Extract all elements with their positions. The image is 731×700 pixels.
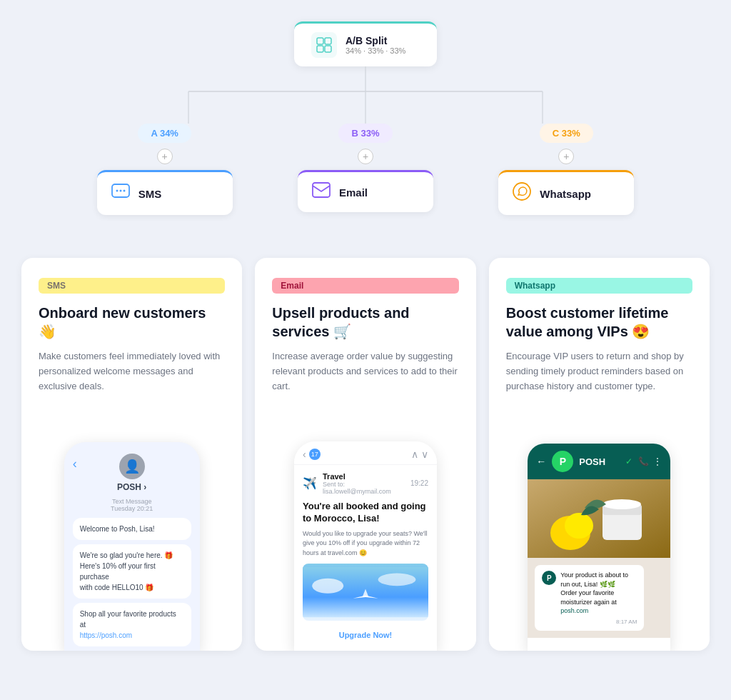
- sms-bubble-2: We're so glad you're here. 🎁 Here's 10% …: [73, 544, 191, 599]
- sms-phone-mockup: ‹ 👤 POSH › Text MessageTuesday 20:21 Wel…: [39, 408, 225, 651]
- email-badge-count: 17: [309, 449, 321, 460]
- email-time: 19:22: [410, 479, 428, 487]
- wa-card-desc: Encourage VIP users to return and shop b…: [506, 349, 692, 394]
- wa-action-icons: 📞 ⋮: [638, 456, 662, 466]
- sms-link: https://posh.com: [80, 631, 132, 639]
- email-nav-icons: ‹ 17: [303, 449, 321, 460]
- email-card-title: Upsell products and services 🛒: [272, 304, 458, 341]
- email-channel-icon: [312, 182, 331, 202]
- ab-split-subtitle: 34% · 33% · 33%: [346, 46, 405, 55]
- sms-posh-label: POSH ›: [73, 482, 191, 492]
- sms-channel-icon: [111, 182, 130, 205]
- wa-badge: Whatsapp: [506, 278, 692, 294]
- email-down-icon: ∨: [421, 449, 428, 460]
- sms-bubble-3: Shop all your favorite products at https…: [73, 603, 191, 646]
- email-updown-icons: ∧ ∨: [411, 449, 428, 460]
- flow-diagram: A/B Split 34% · 33% · 33% A 34% +: [0, 0, 731, 229]
- wa-product-image: [528, 479, 670, 558]
- email-phone-mockup: ‹ 17 ∧ ∨ ✈️ Travel Sent to: lisa.lowel: [272, 408, 458, 651]
- feature-cards: SMS Onboard new customers 👋 Make custome…: [0, 236, 731, 665]
- sms-channel-name: SMS: [138, 188, 162, 200]
- branch-a-pill: A 34%: [138, 124, 191, 143]
- email-body: Would you like to upgrade your seats? We…: [303, 529, 428, 559]
- channel-card-sms[interactable]: SMS: [97, 170, 233, 215]
- ab-split-card: A/B Split 34% · 33% · 33%: [294, 21, 437, 66]
- channel-card-email[interactable]: Email: [298, 170, 433, 212]
- email-from-icon: ✈️: [303, 476, 317, 490]
- email-from-addr: Sent to: lisa.lowell@mymail.com: [323, 481, 405, 495]
- svg-rect-3: [325, 46, 331, 52]
- svg-point-16: [312, 579, 343, 594]
- email-channel-name: Email: [339, 186, 368, 199]
- wa-chat-area: P Your product is about to run out, Lisa…: [528, 558, 670, 638]
- branch-b-pill: B 33%: [338, 124, 392, 143]
- wa-menu-icon: ⋮: [653, 456, 662, 466]
- sms-phone: ‹ 👤 POSH › Text MessageTuesday 20:21 Wel…: [64, 442, 200, 651]
- email-feature-card: Email Upsell products and services 🛒 Inc…: [255, 258, 475, 651]
- branch-c-plus[interactable]: +: [558, 149, 574, 164]
- email-from-name: Travel: [323, 472, 405, 481]
- wa-feature-card: Whatsapp Boost customer lifetime value a…: [489, 258, 710, 651]
- wa-msg-link: posh.com: [560, 607, 588, 614]
- branch-a-plus[interactable]: +: [157, 149, 173, 164]
- wa-msg-text: Your product is about to run out, Lisa! …: [560, 571, 637, 616]
- sms-feature-card: SMS Onboard new customers 👋 Make custome…: [21, 258, 242, 651]
- sms-avatar: 👤: [119, 454, 145, 479]
- email-card-desc: Increase average order value by suggesti…: [272, 349, 458, 394]
- email-phone: ‹ 17 ∧ ∨ ✈️ Travel Sent to: lisa.lowel: [294, 441, 437, 651]
- svg-point-11: [119, 190, 121, 192]
- branches-row: A 34% + SMS B 33% +: [43, 124, 688, 215]
- email-from-row: ✈️ Travel Sent to: lisa.lowell@mymail.co…: [303, 472, 428, 495]
- svg-rect-13: [313, 183, 330, 197]
- email-subject: You're all booked and going to Morocco, …: [303, 501, 428, 525]
- wa-sender-icon: P: [542, 571, 556, 585]
- wa-phone-mockup: ← P POSH ✓ 📞 ⋮: [506, 408, 692, 651]
- wa-verified-icon: ✓: [625, 456, 632, 466]
- whatsapp-channel-icon: [513, 182, 531, 205]
- channel-card-whatsapp[interactable]: Whatsapp: [498, 170, 634, 215]
- svg-point-17: [378, 574, 416, 586]
- ab-split-title: A/B Split: [346, 35, 405, 46]
- branch-c-pill: C 33%: [540, 124, 593, 143]
- email-up-icon: ∧: [411, 449, 418, 460]
- email-content-area: ✈️ Travel Sent to: lisa.lowell@mymail.co…: [294, 465, 437, 651]
- branch-a: A 34% + SMS: [64, 124, 265, 215]
- wa-phone: ← P POSH ✓ 📞 ⋮: [528, 444, 670, 651]
- email-product-image: [303, 564, 428, 621]
- sms-badge: SMS: [39, 278, 225, 294]
- svg-point-20: [565, 513, 593, 539]
- wa-phone-icon: 📞: [638, 456, 649, 466]
- sms-bubble-1: Welcome to Posh, Lisa!: [73, 518, 191, 540]
- wa-message-bubble: P Your product is about to run out, Lisa…: [535, 565, 644, 631]
- email-back-icon: ‹: [303, 449, 306, 460]
- connector-lines: [100, 66, 631, 124]
- wa-back-icon: ←: [536, 456, 546, 467]
- svg-point-14: [513, 183, 530, 200]
- email-badge: Email: [272, 278, 458, 294]
- sms-time-label: Text MessageTuesday 20:21: [73, 498, 191, 512]
- sms-card-desc: Make customers feel immediately loved wi…: [39, 349, 225, 394]
- sms-back-arrow: ‹: [73, 456, 77, 471]
- ab-split-icon: [311, 32, 337, 58]
- email-header-bar: ‹ 17 ∧ ∨: [294, 441, 437, 465]
- wa-card-title: Boost customer lifetime value among VIPs…: [506, 304, 692, 341]
- svg-rect-18: [528, 479, 670, 558]
- whatsapp-channel-name: Whatsapp: [540, 188, 591, 200]
- branch-c: C 33% + Whatsapp: [466, 124, 667, 215]
- svg-rect-1: [325, 38, 331, 44]
- branch-b: B 33% + Email: [265, 124, 465, 212]
- svg-point-12: [123, 190, 125, 192]
- wa-msg-time: 8:17 AM: [560, 619, 637, 625]
- svg-rect-0: [317, 38, 323, 44]
- sms-phone-header: 👤 POSH ›: [73, 454, 191, 492]
- branch-b-plus[interactable]: +: [358, 149, 373, 164]
- wa-name: POSH: [579, 456, 620, 467]
- sms-card-title: Onboard new customers 👋: [39, 304, 225, 341]
- wa-header: ← P POSH ✓ 📞 ⋮: [528, 444, 670, 479]
- svg-rect-2: [317, 46, 323, 52]
- wa-avatar: P: [552, 451, 573, 472]
- svg-point-23: [603, 499, 641, 509]
- svg-point-10: [116, 190, 118, 192]
- upgrade-now-button[interactable]: Upgrade Now!: [303, 626, 428, 644]
